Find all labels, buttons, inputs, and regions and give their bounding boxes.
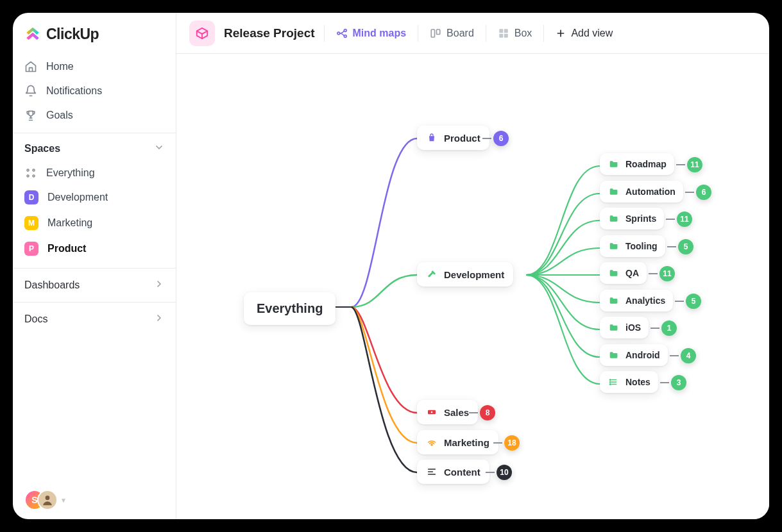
view-tab-label: Board (446, 28, 474, 39)
svg-point-4 (46, 495, 50, 500)
space-product[interactable]: P Product (13, 236, 176, 262)
sidebar: ClickUp Home Notifications Goals Spaces (13, 13, 176, 519)
mindmap-child-node[interactable]: Automation (600, 181, 683, 203)
brand-logo[interactable]: ClickUp (13, 26, 176, 54)
svg-point-17 (431, 444, 432, 445)
connector (676, 164, 685, 165)
section-label: Dashboards (24, 279, 80, 291)
count-badge: 5 (678, 239, 693, 254)
mindmap-child-node[interactable]: iOS (600, 317, 649, 338)
node-label: Tooling (625, 241, 658, 251)
space-label: Everything (46, 167, 95, 179)
grid-dots-icon (24, 167, 37, 179)
list-icon (608, 376, 619, 388)
separator (418, 25, 418, 42)
svg-point-20 (609, 384, 611, 385)
add-view-button[interactable]: Add view (553, 25, 615, 42)
mindmap-child-node[interactable]: Analytics (600, 290, 673, 312)
node-label: Product (444, 133, 480, 144)
node-label: Content (444, 467, 480, 478)
connector (667, 246, 676, 247)
space-badge: D (24, 190, 38, 204)
count-badge: 8 (480, 405, 495, 420)
folder-icon (608, 240, 619, 252)
view-tab-box[interactable]: Box (495, 25, 535, 42)
view-tab-label: Box (514, 28, 532, 39)
folder-icon (608, 322, 619, 333)
svg-point-18 (609, 379, 611, 381)
count-badge: 1 (661, 320, 677, 336)
mindmap-canvas[interactable]: Everything Product 6 Development Sales 8 (176, 54, 769, 519)
spaces-header[interactable]: Spaces (13, 133, 176, 162)
box-icon (498, 28, 509, 39)
board-icon (430, 28, 441, 39)
space-label: Product (47, 243, 86, 254)
node-label: Analytics (625, 295, 665, 306)
bell-icon (24, 85, 37, 97)
space-everything[interactable]: Everything (13, 162, 176, 185)
separator (324, 25, 325, 42)
folder-icon (608, 267, 619, 279)
mindmap-child-node[interactable]: QA (600, 262, 647, 284)
space-marketing[interactable]: M Marketing (13, 210, 176, 236)
count-badge: 5 (686, 294, 701, 309)
add-view-label: Add view (571, 28, 613, 39)
mindmap-root-node[interactable]: Everything (244, 292, 336, 325)
folder-icon (608, 186, 619, 197)
mindmap-icon (336, 28, 348, 39)
separator (543, 25, 544, 42)
node-label: iOS (625, 322, 641, 333)
section-docs[interactable]: Docs (13, 302, 176, 336)
view-tab-mindmaps[interactable]: Mind maps (334, 25, 409, 42)
node-label: Marketing (444, 437, 489, 448)
connector (482, 138, 491, 139)
count-badge: 6 (696, 185, 711, 200)
node-label: Everything (257, 301, 323, 316)
svg-point-16 (431, 411, 433, 413)
svg-point-3 (33, 175, 35, 177)
home-icon (24, 60, 37, 73)
count-badge: 10 (497, 465, 512, 480)
node-label: Android (625, 350, 660, 360)
count-badge: 11 (687, 157, 702, 172)
node-label: Automation (625, 187, 676, 197)
mindmap-node-development[interactable]: Development (417, 262, 513, 287)
count-badge: 3 (671, 375, 686, 390)
count-badge: 6 (493, 131, 509, 146)
nav-goals[interactable]: Goals (13, 103, 176, 128)
mindmap-child-node[interactable]: Sprints (600, 208, 664, 229)
section-dashboards[interactable]: Dashboards (13, 268, 176, 302)
caret-down-icon: ▼ (60, 497, 67, 504)
connector (660, 382, 669, 383)
mindmap-node-marketing[interactable]: Marketing (417, 430, 498, 454)
mindmap-child-node[interactable]: Notes (600, 371, 658, 393)
mindmap-node-content[interactable]: Content (417, 460, 489, 484)
svg-rect-10 (499, 29, 503, 33)
chevron-down-icon (154, 142, 164, 155)
view-tab-board[interactable]: Board (427, 25, 477, 42)
project-icon[interactable] (189, 21, 215, 46)
svg-point-2 (27, 175, 29, 177)
node-label: Sales (444, 407, 469, 418)
mindmap-child-node[interactable]: Android (600, 344, 668, 366)
bag-icon (426, 132, 438, 144)
node-label: Roadmap (625, 159, 667, 169)
mindmap-child-node[interactable]: Roadmap (600, 153, 674, 175)
mindmap-node-product[interactable]: Product (417, 126, 489, 150)
mindmap-child-node[interactable]: Tooling (600, 235, 665, 257)
nav-notifications[interactable]: Notifications (13, 79, 176, 103)
space-badge: M (24, 216, 38, 230)
connector (670, 355, 679, 356)
nav-label: Goals (46, 110, 73, 121)
user-menu[interactable]: S ▼ (13, 481, 176, 519)
connector (493, 442, 502, 444)
nav-label: Home (46, 61, 74, 72)
brand-name: ClickUp (46, 26, 99, 43)
nav-label: Notifications (46, 85, 102, 97)
space-development[interactable]: D Development (13, 185, 176, 210)
svg-rect-11 (504, 29, 508, 33)
svg-point-19 (609, 381, 611, 383)
svg-point-1 (33, 169, 35, 171)
nav-home[interactable]: Home (13, 54, 176, 79)
svg-rect-8 (431, 29, 434, 37)
